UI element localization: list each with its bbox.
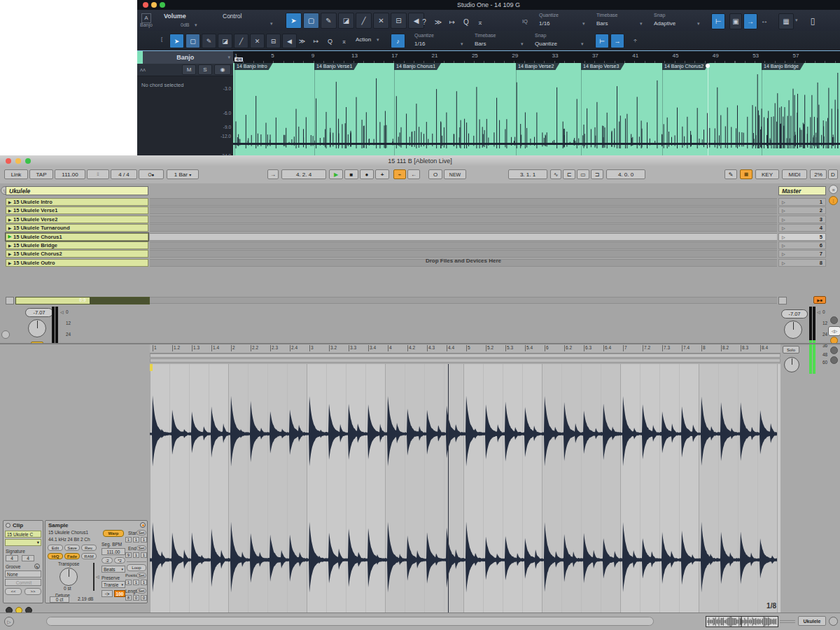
scene-slot[interactable]: ▷8 <box>778 259 826 267</box>
clip-name-field[interactable]: 15 Ukulele C <box>5 531 41 538</box>
groove-chooser[interactable]: None <box>5 570 41 578</box>
reverse-button[interactable]: Rev. <box>81 545 97 551</box>
position-value-field[interactable]: 1 <box>125 580 132 585</box>
end-value-field[interactable]: 1 <box>133 552 139 558</box>
bpm-half-button[interactable]: :2 <box>102 557 113 564</box>
volume-handle-icon[interactable]: ◁ <box>60 309 64 314</box>
time-signature-field[interactable]: 4 / 4 <box>111 169 137 179</box>
track-volume-value[interactable]: -7.07 <box>25 308 53 317</box>
length-value-field[interactable]: 8 <box>125 595 132 601</box>
arrangement-position[interactable]: 4. 2. 4 <box>281 169 326 179</box>
scene-row[interactable] <box>150 250 777 258</box>
position-set-button[interactable]: Set <box>136 573 146 578</box>
iq-label[interactable]: IQ <box>522 18 528 24</box>
commit-button[interactable]: Commit <box>5 579 41 586</box>
back-to-arrangement-button[interactable]: ← <box>407 169 420 179</box>
save-button[interactable]: Save <box>64 545 80 551</box>
automation-mode-label[interactable]: Volume <box>164 13 186 20</box>
clip-slot[interactable]: ▶15 Ukulele Intro <box>6 198 148 206</box>
detail-view-toggle-icon[interactable] <box>1 330 10 339</box>
control-label[interactable]: Control <box>223 13 241 20</box>
cue-volume-knob[interactable] <box>784 357 799 372</box>
clip-launch-icon[interactable]: ▶ <box>6 260 13 265</box>
automation-arm-button[interactable]: ⌁ <box>393 169 406 179</box>
scene-play-icon[interactable]: ▷ <box>782 208 785 213</box>
autoplay-icon[interactable]: ↦ <box>309 34 323 48</box>
pointer-tool[interactable]: ➤ <box>286 13 302 29</box>
returns-toggle-icon[interactable] <box>830 316 838 324</box>
nudge-buttons[interactable]: ⫶⫶ <box>87 169 109 179</box>
loop-mode-chooser[interactable]: ◁▾ <box>102 590 113 597</box>
next-clip-button[interactable]: >> <box>24 588 41 595</box>
clip-launch-icon[interactable]: ▶ <box>6 217 13 222</box>
loop-position-fields[interactable]: 111 <box>125 580 147 585</box>
meter-toggle-icon[interactable] <box>830 346 838 354</box>
start-set-button[interactable]: Set <box>136 530 146 536</box>
loop-brace-lane[interactable] <box>150 354 780 358</box>
session-grid[interactable]: Drop Files and Devices Here <box>150 186 777 346</box>
key-map-button[interactable]: KEY <box>755 169 779 179</box>
fade-toggle[interactable]: Fade <box>64 553 80 559</box>
clip-launch-icon[interactable]: ▶ <box>6 234 13 239</box>
loop-button[interactable]: ▭ <box>577 169 589 179</box>
cursor-handle[interactable] <box>706 64 710 68</box>
scene-slot[interactable]: ▷1 <box>778 198 826 206</box>
quantize-q-icon[interactable]: Q <box>323 34 337 48</box>
snap-arrow-toggle[interactable]: → <box>610 34 624 48</box>
edit-cursor[interactable] <box>708 63 708 155</box>
volume-handle-icon[interactable]: ◁ <box>817 309 820 314</box>
io-section-toggle-icon[interactable]: ⫶ <box>829 196 838 205</box>
clip-flag[interactable]: 14 Banjo Bridge <box>762 63 804 70</box>
end-value-field[interactable]: 1 <box>141 552 147 558</box>
scene-play-icon[interactable]: ▷ <box>782 243 785 248</box>
scene-play-icon[interactable]: ▷ <box>782 217 785 222</box>
eraser-tool[interactable]: ◪ <box>218 34 232 48</box>
line-tool[interactable]: ╱ <box>234 34 248 48</box>
scene-row[interactable] <box>150 216 777 223</box>
signature-denominator[interactable]: 4 <box>22 555 34 561</box>
punch-out-button[interactable]: ⊐ <box>591 169 603 179</box>
clip-launch-icon[interactable]: ▶ <box>6 208 13 213</box>
computer-midi-keyboard-toggle[interactable]: ▦ <box>740 169 752 179</box>
punch-position[interactable]: 3. 1. 1 <box>508 169 547 179</box>
loop-length-field[interactable]: 4. 0. 0 <box>606 169 645 179</box>
scene-slot[interactable]: ▷7 <box>778 250 826 258</box>
master-volume-value[interactable]: -7.07 <box>781 309 808 318</box>
scene-row[interactable] <box>150 241 777 249</box>
clip-launch-icon[interactable]: ▶ <box>6 225 13 230</box>
clip-beat-ruler[interactable]: 11.21.31.422.22.32.433.23.33.444.24.34.4… <box>150 344 780 354</box>
scene-play-icon[interactable]: ▷ <box>782 225 785 230</box>
snap-arrow-toggle[interactable]: → <box>743 13 757 29</box>
edit-button[interactable]: Edit <box>48 545 63 551</box>
split-tool[interactable]: ⊟ <box>391 13 407 29</box>
range-tool[interactable]: ▢ <box>186 34 200 48</box>
mute-button[interactable]: M <box>182 64 196 75</box>
overdub-button[interactable]: + <box>375 169 389 179</box>
chord-track-icon[interactable]: ʌʌ <box>140 66 146 73</box>
start-value-field[interactable]: 1 <box>141 537 147 542</box>
crossfader-toggle-icon[interactable]: ◁▷ <box>828 326 840 336</box>
scene-row[interactable] <box>150 224 777 232</box>
quantize-value[interactable]: 1/16 <box>539 20 550 27</box>
clip-flag[interactable]: 14 Banjo Verse3 <box>581 63 624 70</box>
arrangement-overview[interactable] <box>706 616 778 627</box>
mute-tool[interactable]: ✕ <box>250 34 265 48</box>
end-value-field[interactable]: 9 <box>125 552 132 558</box>
quantize-note-toggle[interactable]: ♪ <box>391 34 405 48</box>
divide-icon[interactable]: ÷ <box>629 34 642 47</box>
play-button[interactable]: ▶ <box>329 169 343 179</box>
bpm-double-button[interactable]: *2 <box>114 557 125 564</box>
snap-cross-toggle[interactable]: ↔ <box>759 13 770 28</box>
track-status-button[interactable]: Ukulele <box>798 616 826 626</box>
help-icon[interactable]: ? <box>419 16 430 27</box>
so-arrangement[interactable]: 14 Banjo Intro14 Banjo Verse114 Banjo Ch… <box>233 63 840 155</box>
mixer-section-toggle-icon[interactable]: ≡ <box>829 185 838 194</box>
so-timeline-ruler[interactable]: 1 4/4 59131721252933374145495357 <box>233 50 840 64</box>
sample-follow-radio[interactable] <box>140 522 146 528</box>
scene-slot[interactable]: ▷3 <box>778 216 826 223</box>
macro-icon[interactable]: ⌅ <box>475 16 486 27</box>
loop-toggle[interactable]: Loop <box>127 564 146 571</box>
scene-slot[interactable]: ▷2 <box>778 206 826 214</box>
play-status-icon[interactable]: ▷ <box>4 617 14 626</box>
follow-icon[interactable]: ≫ <box>295 34 309 48</box>
